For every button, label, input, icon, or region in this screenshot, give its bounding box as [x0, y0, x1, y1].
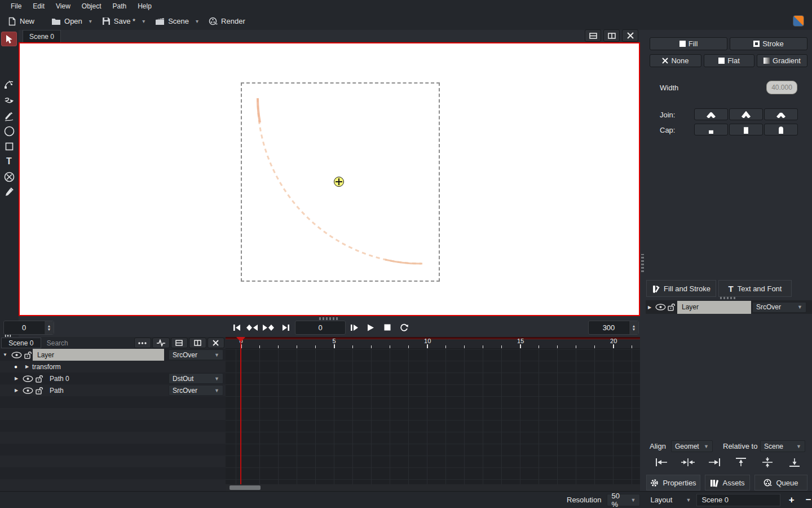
vertical-splitter-handle[interactable]: [641, 254, 644, 272]
end-frame-spinbox[interactable]: 300 ▲▼: [588, 321, 639, 335]
layer-row-transform[interactable]: ● ▶ transform: [0, 361, 226, 373]
path-0-name[interactable]: Path 0: [45, 373, 69, 384]
keyframe-graph-button[interactable]: [152, 338, 169, 348]
cap-square-button[interactable]: [729, 124, 763, 135]
menu-path[interactable]: Path: [108, 1, 132, 11]
expand-arrow-icon[interactable]: ▶: [23, 364, 31, 369]
style-gradient-button[interactable]: Gradient: [757, 54, 807, 67]
scene-button[interactable]: Scene: [151, 15, 193, 27]
loop-button[interactable]: [397, 321, 411, 334]
tab-properties[interactable]: Properties: [646, 475, 700, 491]
timeline-close-button[interactable]: [208, 338, 224, 348]
layer-panel-blend-dropdown[interactable]: SrcOver▼: [752, 302, 806, 313]
fill-tab-button[interactable]: Fill: [650, 37, 727, 50]
align-mode-dropdown[interactable]: Geometry▼: [671, 440, 713, 452]
new-button[interactable]: New: [3, 15, 39, 28]
color-picker-tool[interactable]: [1, 185, 17, 199]
transform-anchor-handle[interactable]: [334, 177, 344, 187]
align-vcenter-button[interactable]: [757, 455, 778, 470]
timeline-split-vertical-button[interactable]: [189, 338, 206, 348]
timeline-hscrollbar[interactable]: [226, 484, 640, 491]
style-none-button[interactable]: None: [650, 54, 701, 67]
visibility-eye-icon[interactable]: [23, 375, 33, 382]
go-first-frame-button[interactable]: [230, 321, 244, 334]
canvas-tab-scene-0[interactable]: Scene 0: [23, 30, 61, 42]
menu-object[interactable]: Object: [77, 1, 107, 11]
path-name[interactable]: Path: [45, 384, 64, 396]
canvas-viewport[interactable]: [19, 42, 640, 316]
join-bevel-button[interactable]: [764, 108, 798, 120]
timeline-split-horizontal-button[interactable]: [171, 338, 188, 348]
selected-layer-name[interactable]: Layer: [677, 301, 751, 314]
scrollbar-thumb[interactable]: [230, 485, 261, 490]
align-bottom-button[interactable]: [784, 455, 805, 470]
menu-file[interactable]: File: [6, 1, 27, 11]
add-layout-button[interactable]: +: [786, 494, 797, 506]
draw-bezier-tool[interactable]: [1, 94, 17, 108]
keyframe-grid[interactable]: [226, 349, 640, 484]
lock-open-icon[interactable]: [36, 375, 43, 383]
draw-freehand-tool[interactable]: [1, 109, 17, 124]
search-input[interactable]: [47, 339, 134, 347]
visibility-eye-icon[interactable]: [655, 304, 666, 310]
go-last-frame-button[interactable]: [279, 321, 292, 334]
menu-view[interactable]: View: [51, 1, 76, 11]
menu-help[interactable]: Help: [133, 1, 157, 11]
timeline-ruler[interactable]: 05101520: [226, 337, 640, 349]
scene-dropdown-arrow[interactable]: ▾: [193, 17, 201, 25]
align-left-button[interactable]: [651, 455, 673, 470]
timeline-scene-tab[interactable]: Scene 0: [1, 338, 41, 348]
path-blend-dropdown[interactable]: SrcOver▼: [169, 385, 223, 396]
prev-keyframe-button[interactable]: [246, 321, 259, 334]
expand-arrow-icon[interactable]: ▶: [12, 376, 20, 381]
expand-arrow-icon[interactable]: ▶: [12, 388, 20, 393]
layer-row-path-0[interactable]: ▶ Path 0 DstOut▼: [0, 373, 226, 384]
split-vertical-button[interactable]: [603, 29, 620, 42]
style-flat-button[interactable]: Flat: [704, 54, 754, 67]
layer-row-path[interactable]: ▶ Path SrcOver▼: [0, 384, 226, 396]
playhead-line[interactable]: [240, 339, 241, 484]
chevron-down-icon[interactable]: ▼: [686, 497, 691, 503]
close-view-button[interactable]: [622, 29, 638, 42]
render-button[interactable]: Render: [204, 15, 250, 28]
end-frame-spin-arrows[interactable]: ▲▼: [629, 321, 638, 334]
lock-open-icon[interactable]: [668, 303, 675, 311]
next-keyframe-button[interactable]: [261, 321, 275, 334]
split-horizontal-button[interactable]: [585, 29, 601, 42]
tab-fill-and-stroke[interactable]: Fill and Stroke: [646, 280, 716, 297]
align-hcenter-button[interactable]: [677, 455, 699, 470]
align-relative-dropdown[interactable]: Scene▼: [760, 440, 805, 452]
layer-name[interactable]: Layer: [33, 349, 164, 361]
animated-property-dot-icon[interactable]: ●: [14, 364, 17, 370]
tab-assets[interactable]: Assets: [705, 475, 750, 491]
playhead-marker[interactable]: [236, 337, 245, 342]
select-tool[interactable]: [1, 32, 17, 46]
cap-round-button[interactable]: [764, 124, 798, 135]
frame-spin-arrows[interactable]: ▲▼: [44, 321, 54, 334]
save-button[interactable]: Save *: [98, 15, 140, 27]
collapse-arrow-icon[interactable]: ▼: [1, 352, 9, 357]
ellipse-tool[interactable]: [1, 124, 17, 138]
remove-layout-button[interactable]: −: [803, 494, 812, 506]
expand-arrow-icon[interactable]: ▶: [646, 305, 654, 310]
tray-app-icon[interactable]: [793, 15, 804, 27]
horizontal-splitter-handle[interactable]: [319, 317, 338, 320]
play-button[interactable]: [364, 321, 377, 334]
open-button[interactable]: Open: [47, 15, 87, 27]
layer-row-layer[interactable]: ▼ Layer SrcOver▼: [0, 349, 226, 361]
open-dropdown-arrow[interactable]: ▾: [87, 17, 94, 25]
layout-name-field[interactable]: Scene 0: [696, 494, 780, 506]
rectangle-tool[interactable]: [1, 139, 17, 154]
more-options-button[interactable]: [134, 338, 151, 348]
lock-open-icon[interactable]: [36, 387, 43, 395]
path-0-blend-dropdown[interactable]: DstOut▼: [169, 373, 223, 384]
text-tool[interactable]: T: [1, 154, 17, 169]
timeline-track-area[interactable]: 05101520: [226, 337, 640, 491]
edit-nodes-tool[interactable]: [1, 77, 17, 91]
lock-open-icon[interactable]: [24, 351, 32, 359]
resolution-dropdown[interactable]: 50 %▼: [607, 494, 640, 506]
join-round-button[interactable]: [694, 108, 728, 120]
join-miter-button[interactable]: [729, 108, 763, 120]
stroke-tab-button[interactable]: Stroke: [730, 37, 807, 50]
cap-butt-button[interactable]: [694, 124, 728, 135]
